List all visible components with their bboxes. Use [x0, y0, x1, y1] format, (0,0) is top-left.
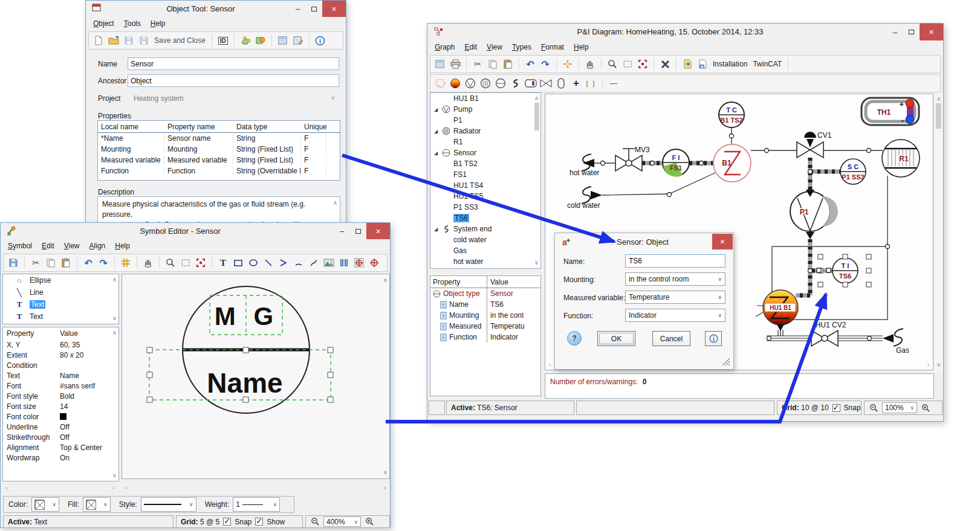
- expander-icon[interactable]: ◢: [434, 227, 441, 232]
- boiler-b1[interactable]: B1: [713, 144, 751, 182]
- new-icon[interactable]: [92, 34, 105, 47]
- property-row[interactable]: X, Y60, 35: [3, 340, 118, 350]
- pan-hand-icon[interactable]: [584, 58, 596, 70]
- menu-help[interactable]: Help: [115, 242, 130, 251]
- copy-icon[interactable]: [487, 58, 499, 70]
- maximize-button[interactable]: [350, 223, 366, 239]
- color-combo[interactable]: ∨: [31, 497, 59, 512]
- tree-item[interactable]: HU1 B1: [430, 93, 540, 104]
- menu-help[interactable]: Help: [151, 19, 166, 29]
- system-end-gas[interactable]: Gas: [883, 329, 909, 355]
- zoom-icon[interactable]: [606, 58, 618, 70]
- paste-icon[interactable]: [502, 58, 514, 70]
- property-row[interactable]: Condition: [3, 360, 118, 370]
- property-row-font-color[interactable]: Font color: [3, 411, 118, 422]
- save-and-close-label[interactable]: Save and Close: [154, 36, 206, 45]
- ancestor-field[interactable]: [128, 74, 339, 87]
- sensor-fs1[interactable]: F I FS1: [663, 149, 689, 177]
- scroll-down-icon[interactable]: ∨: [112, 315, 117, 321]
- style-combo[interactable]: ∨: [141, 497, 196, 512]
- property-row[interactable]: TextName: [3, 370, 118, 381]
- symbol-canvas[interactable]: M G Name ∧ ∨: [122, 274, 390, 479]
- project-value[interactable]: Heating system: [134, 94, 184, 103]
- system-end-cold-water[interactable]: cold water: [567, 187, 602, 210]
- tree-item-selected[interactable]: TS6: [430, 213, 540, 224]
- expander-icon[interactable]: ◢: [434, 150, 441, 156]
- snap-checkbox[interactable]: [832, 404, 840, 412]
- thermostat-tool-icon[interactable]: [525, 77, 537, 89]
- dialog-mounting-select[interactable]: in the control room∨: [625, 272, 725, 286]
- radiator-r1[interactable]: R1: [882, 140, 920, 177]
- copy-icon[interactable]: [45, 257, 57, 269]
- zoom-rect-icon[interactable]: [180, 257, 192, 269]
- scroll-up-icon[interactable]: ∧: [333, 200, 337, 206]
- print-icon[interactable]: [449, 58, 461, 70]
- twincat-label[interactable]: TwinCAT: [753, 60, 782, 68]
- paste-icon[interactable]: [60, 257, 72, 269]
- columns-icon[interactable]: [338, 257, 350, 269]
- heater-tool-icon[interactable]: [449, 77, 461, 89]
- dialog-name-field[interactable]: [625, 254, 725, 268]
- valve-hu1cv2[interactable]: HU1 CV2: [811, 321, 846, 346]
- dialog-measured-select[interactable]: Temperature∨: [625, 291, 725, 304]
- menu-tools[interactable]: Tools: [124, 19, 141, 29]
- sensor-circle-tool-icon[interactable]: [495, 77, 507, 89]
- installation-label[interactable]: Installation: [713, 60, 747, 68]
- radiator-tool-icon[interactable]: [479, 77, 492, 89]
- zoom-fit-icon[interactable]: [195, 257, 207, 269]
- maximize-button[interactable]: [903, 24, 920, 40]
- form-edit-icon[interactable]: [292, 34, 304, 47]
- sensor-tool-icon[interactable]: [434, 77, 446, 89]
- expander-icon[interactable]: ◢: [434, 107, 441, 112]
- cut-icon[interactable]: ✂: [30, 257, 42, 269]
- tree-item-group[interactable]: ◢Sensor: [430, 147, 540, 158]
- graph-add-icon[interactable]: [239, 34, 251, 47]
- dialog-cancel-button[interactable]: Cancel: [652, 331, 690, 346]
- pump-p1[interactable]: P1: [790, 190, 838, 239]
- tree-item[interactable]: P1: [430, 115, 540, 126]
- scroll-down-icon[interactable]: ∨: [534, 260, 539, 266]
- rounded-rect-tool-icon[interactable]: [555, 77, 567, 89]
- zoom-rect-icon[interactable]: [621, 58, 634, 70]
- zoom-out-icon[interactable]: [310, 516, 320, 528]
- scroll-right-icon[interactable]: ›: [927, 362, 929, 368]
- valve-tool-icon[interactable]: [540, 77, 552, 89]
- tree-item[interactable]: Gas: [430, 245, 540, 256]
- zoom-icon[interactable]: [164, 257, 177, 269]
- anchor-box-icon[interactable]: [353, 257, 365, 269]
- heater-hu1b1[interactable]: HU1 B1: [756, 290, 798, 331]
- form-icon[interactable]: [277, 34, 289, 47]
- arc-tool-icon[interactable]: [293, 257, 305, 269]
- canvas-vertical-scrollbar[interactable]: ∧ ∨: [935, 94, 943, 370]
- property-row[interactable]: Function Indicator: [430, 332, 540, 343]
- menu-object[interactable]: Object: [93, 19, 114, 29]
- name-field[interactable]: [128, 57, 339, 70]
- valve-cv1[interactable]: CV1: [797, 131, 832, 158]
- minimize-button[interactable]: –: [887, 24, 903, 40]
- tree-item[interactable]: hot water: [430, 256, 540, 267]
- zoom-fit-icon[interactable]: [637, 58, 649, 70]
- property-row[interactable]: WordwrapOn: [3, 452, 118, 463]
- table-row[interactable]: MountingMountingString (Fixed List)F: [98, 144, 340, 155]
- property-row[interactable]: Extent80 x 20: [3, 350, 118, 360]
- save-icon[interactable]: [123, 34, 135, 47]
- maximize-button[interactable]: [306, 1, 322, 17]
- zoom-combo[interactable]: 100%∨: [882, 402, 917, 413]
- scroll-up-icon[interactable]: ∧: [534, 95, 539, 101]
- property-row-object-type[interactable]: Object type Sensor: [430, 288, 540, 299]
- table-row[interactable]: Measured variableMeasured variableString…: [98, 155, 340, 166]
- valve-mv3[interactable]: MV3: [615, 146, 650, 171]
- polyline-tool-icon[interactable]: [277, 257, 290, 269]
- undo-icon[interactable]: ↶: [82, 257, 94, 269]
- menu-format[interactable]: Format: [541, 43, 564, 53]
- scroll-left-icon[interactable]: ‹: [125, 485, 127, 491]
- tree-item[interactable]: HU1 TS5: [430, 191, 540, 202]
- dialog-help-button[interactable]: ?: [567, 331, 582, 346]
- anchor-icon[interactable]: [368, 257, 380, 269]
- menu-edit[interactable]: Edit: [42, 242, 54, 251]
- save-icon[interactable]: [7, 257, 19, 269]
- pi-titlebar[interactable]: P&I Diagram: HomeHeating, 15. October 20…: [427, 24, 943, 40]
- tree-item[interactable]: B1 TS2: [430, 158, 540, 169]
- sensor-b1ts2[interactable]: T C B1 TS2: [719, 102, 744, 127]
- table-row[interactable]: *NameSensor nameStringF: [98, 133, 340, 144]
